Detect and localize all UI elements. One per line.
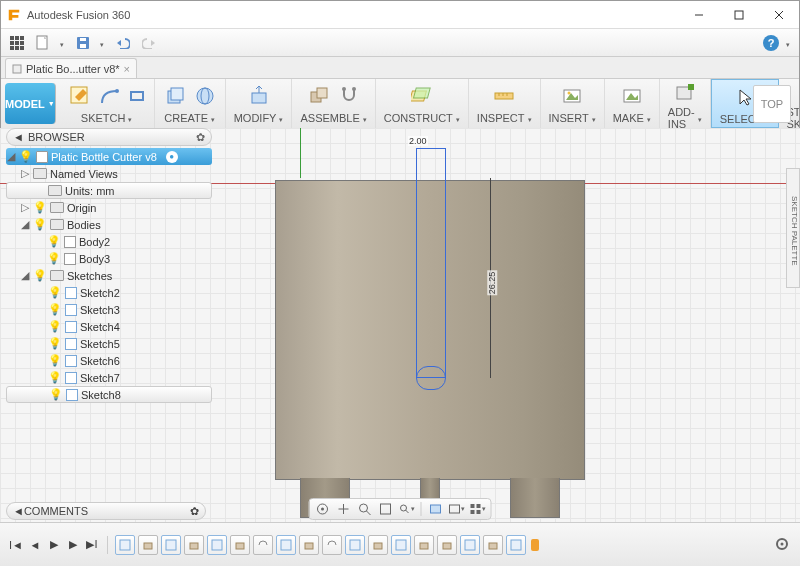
timeline-item[interactable] — [506, 535, 526, 555]
ribbon-label-create[interactable]: CREATE — [164, 112, 208, 124]
timeline-play-button[interactable]: ▶ — [46, 537, 62, 553]
timeline-settings-icon[interactable] — [774, 536, 792, 554]
display-single-icon[interactable] — [427, 500, 445, 518]
timeline-item[interactable] — [230, 535, 250, 555]
svg-rect-55 — [431, 505, 441, 513]
timeline-item[interactable] — [437, 535, 457, 555]
svg-rect-11 — [15, 46, 19, 50]
insert-decal-icon[interactable] — [560, 84, 584, 108]
zoom-icon[interactable] — [356, 500, 374, 518]
fit-icon[interactable] — [377, 500, 395, 518]
timeline-item[interactable] — [483, 535, 503, 555]
svg-marker-46 — [740, 90, 751, 105]
browser-collapse-icon[interactable]: ◄ — [13, 131, 24, 143]
timeline-forward-button[interactable]: ▶ — [65, 537, 81, 553]
timeline-item[interactable] — [460, 535, 480, 555]
dimension-top[interactable]: 2.00 — [408, 136, 428, 146]
browser-settings-icon[interactable]: ✿ — [196, 131, 205, 144]
ribbon-label-addins[interactable]: ADD-INS — [668, 106, 695, 130]
measure-icon[interactable] — [492, 84, 516, 108]
revolve-icon[interactable] — [193, 84, 217, 108]
help-dropdown[interactable] — [785, 37, 793, 49]
timeline-item[interactable] — [253, 535, 273, 555]
window-maximize-button[interactable] — [719, 1, 759, 28]
pan-icon[interactable] — [335, 500, 353, 518]
new-component-icon[interactable] — [307, 84, 331, 108]
tree-item-sketch[interactable]: 💡Sketch4 — [6, 318, 212, 335]
undo-icon[interactable] — [113, 33, 133, 53]
tree-item-origin[interactable]: ▷💡Origin — [6, 199, 212, 216]
timeline-item[interactable] — [345, 535, 365, 555]
orbit-icon[interactable] — [314, 500, 332, 518]
save-icon[interactable] — [73, 33, 93, 53]
display-dropdown[interactable] — [448, 500, 466, 518]
timeline-item[interactable] — [115, 535, 135, 555]
tree-item-units[interactable]: Units: mm — [6, 182, 212, 199]
window-close-button[interactable] — [759, 1, 799, 28]
ribbon-label-assemble[interactable]: ASSEMBLE — [300, 112, 359, 124]
joint-icon[interactable] — [337, 84, 361, 108]
ribbon-label-construct[interactable]: CONSTRUCT — [384, 112, 453, 124]
browser-header[interactable]: ◄ BROWSER ✿ — [6, 128, 212, 146]
document-tab-close[interactable]: × — [124, 63, 130, 75]
timeline-item[interactable] — [414, 535, 434, 555]
timeline-item[interactable] — [138, 535, 158, 555]
extrude-icon[interactable] — [163, 84, 187, 108]
file-new-dropdown[interactable] — [59, 37, 67, 49]
sketch-slot[interactable] — [416, 366, 446, 390]
timeline-item[interactable] — [161, 535, 181, 555]
timeline-marker[interactable] — [531, 539, 539, 551]
zoom-dropdown[interactable] — [398, 500, 416, 518]
tree-item-sketch[interactable]: 💡Sketch8 — [6, 386, 212, 403]
timeline-item[interactable] — [207, 535, 227, 555]
sketch-palette-tab[interactable]: SKETCH PALETTE — [786, 168, 800, 288]
press-pull-icon[interactable] — [247, 84, 271, 108]
app-menu-icon[interactable] — [7, 33, 27, 53]
tree-item-sketch[interactable]: 💡Sketch3 — [6, 301, 212, 318]
timeline-item[interactable] — [299, 535, 319, 555]
comments-collapse-icon[interactable]: ◄ — [13, 505, 24, 517]
addins-icon[interactable] — [673, 81, 697, 105]
print-3d-icon[interactable] — [620, 84, 644, 108]
tree-item-body[interactable]: 💡Body3 — [6, 250, 212, 267]
comments-bar[interactable]: ◄ COMMENTS ✿ — [6, 502, 206, 520]
window-minimize-button[interactable] — [679, 1, 719, 28]
timeline-start-button[interactable]: I◄ — [8, 537, 24, 553]
tree-item-body[interactable]: 💡Body2 — [6, 233, 212, 250]
viewcube[interactable]: TOP — [753, 85, 791, 123]
workspace-switcher[interactable]: MODEL▼ — [5, 83, 56, 124]
dimension-right[interactable]: 26.25 — [487, 271, 497, 296]
sketch-profile[interactable] — [416, 148, 446, 378]
timeline-item[interactable] — [184, 535, 204, 555]
comments-settings-icon[interactable]: ✿ — [190, 505, 199, 518]
construct-plane-icon[interactable] — [410, 84, 434, 108]
line-icon[interactable] — [98, 84, 122, 108]
save-dropdown[interactable] — [99, 37, 107, 49]
file-new-icon[interactable] — [33, 33, 53, 53]
tree-item-sketch[interactable]: 💡Sketch2 — [6, 284, 212, 301]
ribbon-label-make[interactable]: MAKE — [613, 112, 644, 124]
timeline-item[interactable] — [322, 535, 342, 555]
tree-item-bodies[interactable]: ◢💡Bodies — [6, 216, 212, 233]
rectangle-icon[interactable] — [128, 87, 146, 105]
ribbon-label-sketch[interactable]: SKETCH — [81, 112, 126, 124]
tree-root[interactable]: ◢💡Platic Bottle Cutter v8 ● — [6, 148, 212, 165]
tree-item-sketch[interactable]: 💡Sketch7 — [6, 369, 212, 386]
tree-item-sketch[interactable]: 💡Sketch5 — [6, 335, 212, 352]
document-tab[interactable]: Platic Bo...utter v8* × — [5, 58, 137, 78]
tree-item-sketch[interactable]: 💡Sketch6 — [6, 352, 212, 369]
viewport-dropdown[interactable] — [469, 500, 487, 518]
tree-item-named-views[interactable]: ▷Named Views — [6, 165, 212, 182]
create-sketch-icon[interactable] — [68, 84, 92, 108]
redo-icon[interactable] — [139, 33, 159, 53]
timeline-item[interactable] — [391, 535, 411, 555]
help-icon[interactable]: ? — [763, 35, 779, 51]
tree-item-sketches[interactable]: ◢💡Sketches — [6, 267, 212, 284]
timeline-item[interactable] — [276, 535, 296, 555]
ribbon-label-inspect[interactable]: INSPECT — [477, 112, 525, 124]
ribbon-label-modify[interactable]: MODIFY — [234, 112, 277, 124]
timeline-item[interactable] — [368, 535, 388, 555]
ribbon-label-insert[interactable]: INSERT — [549, 112, 589, 124]
timeline-back-button[interactable]: ◄ — [27, 537, 43, 553]
timeline-end-button[interactable]: ▶I — [84, 537, 100, 553]
